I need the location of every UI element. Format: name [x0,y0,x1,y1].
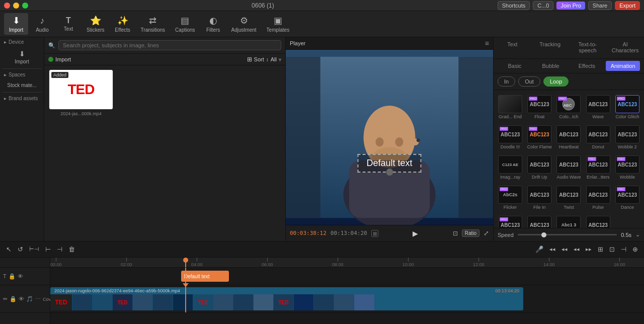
toolbar-stickers[interactable]: ⭐ Stickers [83,13,109,35]
trim-end-tool[interactable]: ⊣ [55,245,64,254]
anim-grad-end[interactable]: Grad... End [497,93,524,121]
text-overlay[interactable]: Default text [357,154,421,173]
anim-rand-nce[interactable]: Abc1 3 Rand...nce [555,214,582,228]
tab-text[interactable]: Text [494,37,531,58]
expand-tool[interactable]: ⊕ [630,245,640,254]
ruler-time-5: 10:00 [403,262,414,267]
video-clip[interactable]: 2024-jason-rugolo-006-962d2374-ee94-46ec… [50,287,523,310]
subtab-effects[interactable]: Effects [570,61,604,71]
anim-dance[interactable]: PRO ABC123 Dance [614,184,641,212]
maximize-button[interactable] [22,3,28,9]
import-btn[interactable]: ⬇ Import [0,47,44,67]
anim-doodle-exc[interactable]: PRO ABC123 Doodle !!! [497,123,524,151]
anim-color-glitch[interactable]: PRO ABC123 Color Glitch [614,93,641,121]
subtab-bubble[interactable]: Bubble [534,61,568,71]
fullscreen-icon[interactable]: ⤢ [484,229,489,237]
anim-enlar-tters[interactable]: PRO ABC123 Enlar...tters [585,153,612,182]
spaces-section[interactable]: ▸ Spaces [0,70,44,79]
more-options[interactable]: ⊣ [619,245,628,254]
brand-section[interactable]: ▸ Brand assets [0,94,44,103]
minimize-button[interactable] [13,3,19,9]
export-button[interactable]: Export [615,1,640,10]
toolbar-text[interactable]: T Text [56,14,80,34]
anim-wobble2[interactable]: ABC123 Wobble 2 [614,123,641,151]
device-section[interactable]: ▸ Device [0,37,44,47]
import-toolbar-label[interactable]: Import [55,56,71,62]
anim-pulse[interactable]: ABC123 Pulse [585,184,612,212]
tab-ai[interactable]: AI Characters [606,37,644,58]
anim-twist[interactable]: ABC123 Twist [555,184,582,212]
anim-wobble[interactable]: PRO ABC123 Wobble [614,153,641,182]
tab-tracking[interactable]: Tracking [531,37,569,58]
all-filter[interactable]: All [271,56,277,62]
anim-drift-up[interactable]: ABC123 Drift Up [526,153,553,182]
tab-tts[interactable]: Text-to-speech [569,37,607,58]
video-eye-icon[interactable]: 👁 [19,296,24,302]
split-tool[interactable]: ⊢⊣ [27,245,41,254]
speed-slider[interactable] [518,234,617,235]
toolbar-adjustment[interactable]: ⚙ Adjustment [227,13,261,35]
loop-button[interactable]: Loop [543,76,569,87]
join-pro-button[interactable]: Join Pro [556,2,585,10]
search-input[interactable] [58,40,281,50]
trim-start-tool[interactable]: ⊢ [43,245,53,254]
subtab-basic[interactable]: Basic [498,61,532,71]
text-overlay-handle[interactable] [386,169,393,176]
sort-label[interactable]: Sort [254,56,264,62]
stock-btn[interactable]: Stock mate... [0,79,44,91]
toolbar-captions[interactable]: ▤ Captions [171,13,199,35]
delete-tool[interactable]: 🗑 [66,245,77,254]
toolbar-transitions[interactable]: ⇄ Transitions [137,13,170,35]
toolbar-effects[interactable]: ✨ Effects [111,13,135,35]
more-icon[interactable]: ⋯ [35,296,41,302]
ratio-button[interactable]: Ratio [462,229,479,237]
play-button[interactable]: ▶ [413,229,418,237]
toolbar-import[interactable]: ⬇ Import [4,13,28,35]
video-lock-icon[interactable]: 🔒 [10,296,17,302]
frame-step-icon[interactable]: ⊞ [371,230,378,237]
list-item[interactable]: Added TED 2024-jas...000k.mp4 [48,69,114,116]
anim-wave[interactable]: ABC123 Wave [585,93,612,121]
anim-heartbeat[interactable]: ABC123 Heartbeat [555,123,582,151]
subtab-animation[interactable]: Animation [606,61,640,71]
anim-resize[interactable]: ABC123 Resize [526,214,553,228]
anim-doodle[interactable]: PRO ABC123 Doodle [497,214,524,228]
anim-donut[interactable]: ABC123 Donut [585,123,612,151]
anim-color-flame[interactable]: PRO ABC123 Color Flame [526,123,553,151]
mic-button[interactable]: 🎤 [533,245,545,254]
view-toggle[interactable]: ⊞ [247,56,252,63]
shortcuts-button[interactable]: Shortcuts [498,1,530,10]
pencil-icon[interactable]: ✏ [3,296,8,302]
undo-tool[interactable]: ↺ [16,245,25,254]
add-caption[interactable]: ⊞ [596,245,605,254]
close-button[interactable] [4,3,10,9]
zoom-out[interactable]: ◂◂ [572,245,582,254]
lock-icon[interactable]: 🔒 [9,273,16,280]
in-button[interactable]: In [498,76,515,87]
share-button[interactable]: Share [588,1,612,10]
eye-icon[interactable]: 👁 [18,273,23,279]
fit-icon[interactable]: ⊡ [453,230,458,237]
toolbar-filters[interactable]: ◐ Filters [201,13,225,35]
pro-badge-5: PRO [529,127,537,131]
settings-tool[interactable]: ⊡ [607,245,617,254]
audio-toggle-icon[interactable]: 🎵 [26,296,33,302]
account-button[interactable]: C...0 [533,1,553,10]
anim-imag-ray[interactable]: C123 AE Imag...ray [497,153,524,182]
toolbar-audio[interactable]: ♪ Audio [30,14,54,35]
anim-float[interactable]: PRO ABC123 Float [526,93,553,121]
add-audio-track[interactable]: ◂◂ [547,245,557,254]
text-clip[interactable]: Default text [181,271,229,282]
zoom-in[interactable]: ▸▸ [584,245,594,254]
anim-audio-wave[interactable]: ABC123 Audio Wave [555,153,582,182]
speed-chevron-icon[interactable]: ⌄ [635,231,640,238]
anim-flicker[interactable]: PRO AbC2s Flicker [497,184,524,212]
anim-color-itch[interactable]: PRO ABC Colo...tch [555,93,582,121]
out-button[interactable]: Out [518,76,540,87]
anim-file-in[interactable]: ABC123 File In [526,184,553,212]
player-menu-icon[interactable]: ≡ [485,39,489,47]
toolbar-templates[interactable]: ▣ Templates [263,13,294,35]
select-tool[interactable]: ↖ [4,245,14,254]
add-video-track[interactable]: ◂◂ [559,245,570,254]
anim-ink-print[interactable]: ABC123 Ink Print [585,214,612,228]
